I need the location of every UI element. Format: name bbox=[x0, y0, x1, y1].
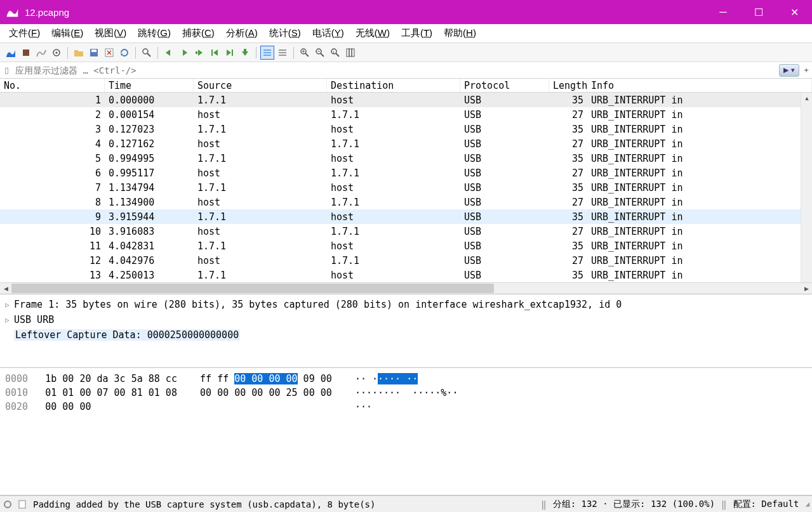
svg-text:1: 1 bbox=[333, 49, 335, 53]
svg-rect-9 bbox=[211, 49, 213, 56]
tree-leftover-data[interactable]: Leftover Capture Data: 0000250000000000 bbox=[5, 327, 807, 343]
column-header-no[interactable]: No. bbox=[0, 79, 105, 92]
menu-捕获C[interactable]: 捕获(C) bbox=[177, 25, 220, 41]
column-header-info[interactable]: Info bbox=[587, 79, 812, 92]
tree-usb-urb[interactable]: ▷USB URB bbox=[5, 312, 807, 327]
packet-row[interactable]: 40.127162host1.7.1USB27URB_INTERRUPT in bbox=[0, 136, 812, 151]
colorize-button[interactable] bbox=[260, 46, 274, 60]
display-filter-bar: ▯ ▶ ▾ + bbox=[0, 62, 812, 79]
vertical-scrollbar[interactable]: ▲ bbox=[801, 93, 812, 282]
go-last-button[interactable] bbox=[223, 46, 237, 60]
minimize-button[interactable]: ─ bbox=[705, 0, 741, 24]
packet-row[interactable]: 124.042976host1.7.1USB27URB_INTERRUPT in bbox=[0, 253, 812, 268]
svg-line-7 bbox=[147, 53, 150, 56]
svg-rect-29 bbox=[349, 49, 352, 56]
column-header-length[interactable]: Length bbox=[549, 79, 587, 92]
find-packet-button[interactable] bbox=[140, 46, 154, 60]
bookmark-icon[interactable]: ▯ bbox=[0, 65, 13, 75]
start-capture-button[interactable] bbox=[4, 46, 18, 60]
close-file-button[interactable] bbox=[102, 46, 116, 60]
menu-文件F[interactable]: 文件(F) bbox=[4, 25, 45, 41]
column-header-protocol[interactable]: Protocol bbox=[460, 79, 549, 92]
apply-filter-button[interactable]: ▶ ▾ bbox=[779, 64, 799, 77]
status-bar: Padding added by the USB capture system … bbox=[0, 496, 812, 512]
reload-button[interactable] bbox=[117, 46, 131, 60]
expert-info-icon[interactable] bbox=[4, 501, 11, 508]
packet-bytes-pane[interactable]: 0000 1b 00 20 da 3c 5a 88 cc ff ff 00 00… bbox=[0, 368, 812, 496]
expand-icon[interactable]: ▷ bbox=[5, 301, 14, 309]
menu-电话Y[interactable]: 电话(Y) bbox=[307, 25, 349, 41]
packet-row[interactable]: 114.0428311.7.1hostUSB35URB_INTERRUPT in bbox=[0, 239, 812, 253]
menu-帮助H[interactable]: 帮助(H) bbox=[439, 25, 481, 41]
horizontal-scrollbar[interactable]: ◀ ▶ bbox=[0, 282, 812, 294]
packet-row[interactable]: 30.1270231.7.1hostUSB35URB_INTERRUPT in bbox=[0, 122, 812, 136]
column-header-source[interactable]: Source bbox=[194, 79, 327, 92]
svg-point-2 bbox=[56, 51, 58, 53]
menu-无线W[interactable]: 无线(W) bbox=[350, 25, 395, 41]
status-packets: 分组: 132 · 已显示: 132 (100.0%) bbox=[553, 499, 715, 510]
menu-编辑E[interactable]: 编辑(E) bbox=[46, 25, 88, 41]
open-file-button[interactable] bbox=[72, 46, 86, 60]
status-profile[interactable]: 配置: Default bbox=[733, 499, 799, 510]
status-text: Padding added by the USB capture system … bbox=[33, 499, 375, 509]
menu-视图V[interactable]: 视图(V) bbox=[90, 25, 131, 41]
wireshark-logo-icon bbox=[6, 6, 19, 19]
svg-rect-13 bbox=[263, 52, 271, 53]
close-button[interactable]: ✕ bbox=[776, 0, 812, 24]
scrollbar-thumb[interactable] bbox=[11, 284, 494, 293]
svg-line-23 bbox=[321, 53, 324, 56]
svg-line-19 bbox=[305, 53, 309, 56]
packet-row[interactable]: 50.9949951.7.1hostUSB35URB_INTERRUPT in bbox=[0, 151, 812, 166]
display-filter-input[interactable] bbox=[13, 63, 779, 78]
restart-capture-button[interactable] bbox=[34, 46, 48, 60]
packet-row[interactable]: 81.134900host1.7.1USB27URB_INTERRUPT in bbox=[0, 195, 812, 209]
packet-details-pane[interactable]: ▷Frame 1: 35 bytes on wire (280 bits), 3… bbox=[0, 294, 812, 368]
zoom-in-button[interactable] bbox=[298, 46, 312, 60]
maximize-button[interactable]: ☐ bbox=[741, 0, 776, 24]
hex-row[interactable]: 0000 1b 00 20 da 3c 5a 88 cc ff ff 00 00… bbox=[5, 372, 807, 386]
resize-columns-button[interactable] bbox=[343, 46, 357, 60]
packet-list-pane: No. Time Source Destination Protocol Len… bbox=[0, 79, 812, 294]
zoom-out-button[interactable] bbox=[313, 46, 327, 60]
zoom-reset-button[interactable]: 1 bbox=[328, 46, 342, 60]
svg-rect-12 bbox=[263, 49, 271, 51]
svg-rect-28 bbox=[347, 49, 349, 56]
svg-rect-4 bbox=[91, 49, 97, 52]
capture-file-icon[interactable] bbox=[18, 500, 27, 509]
svg-point-6 bbox=[143, 49, 148, 54]
column-header-time[interactable]: Time bbox=[105, 79, 194, 92]
save-file-button[interactable] bbox=[87, 46, 101, 60]
hex-row[interactable]: 0020 00 00 00 ··· bbox=[5, 400, 807, 414]
go-forward-button[interactable] bbox=[177, 46, 191, 60]
packet-row[interactable]: 134.2500131.7.1hostUSB35URB_INTERRUPT in bbox=[0, 268, 812, 282]
tree-frame[interactable]: ▷Frame 1: 35 bytes on wire (280 bits), 3… bbox=[5, 297, 807, 312]
auto-scroll-button[interactable] bbox=[238, 46, 252, 60]
menu-工具T[interactable]: 工具(T) bbox=[396, 25, 437, 41]
packet-row[interactable]: 10.0000001.7.1hostUSB35URB_INTERRUPT in bbox=[0, 93, 812, 107]
packet-row[interactable]: 103.916083host1.7.1USB27URB_INTERRUPT in bbox=[0, 224, 812, 239]
packet-row[interactable]: 20.000154host1.7.1USB27URB_INTERRUPT in bbox=[0, 107, 812, 122]
column-header-destination[interactable]: Destination bbox=[327, 79, 460, 92]
packet-row[interactable]: 93.9159441.7.1hostUSB35URB_INTERRUPT in bbox=[0, 209, 812, 224]
resize-grip-icon[interactable]: ◢ bbox=[805, 500, 808, 508]
expand-icon[interactable]: ▷ bbox=[5, 316, 14, 324]
go-first-button[interactable] bbox=[208, 46, 222, 60]
menu-跳转G[interactable]: 跳转(G) bbox=[133, 25, 176, 41]
toolbar: 1 bbox=[0, 43, 812, 62]
auto-scroll-live-button[interactable] bbox=[276, 46, 290, 60]
add-filter-button[interactable]: + bbox=[801, 65, 812, 75]
packet-list-body[interactable]: 10.0000001.7.1hostUSB35URB_INTERRUPT in2… bbox=[0, 93, 812, 282]
packet-row[interactable]: 71.1347941.7.1hostUSB35URB_INTERRUPT in bbox=[0, 180, 812, 195]
menu-统计S[interactable]: 统计(S) bbox=[264, 25, 306, 41]
svg-rect-31 bbox=[19, 501, 25, 508]
window-title: 12.pcapng bbox=[25, 7, 705, 18]
svg-rect-15 bbox=[279, 49, 286, 51]
menu-分析A[interactable]: 分析(A) bbox=[221, 25, 263, 41]
stop-capture-button[interactable] bbox=[19, 46, 33, 60]
packet-row[interactable]: 60.995117host1.7.1USB27URB_INTERRUPT in bbox=[0, 166, 812, 180]
go-to-packet-button[interactable] bbox=[192, 46, 206, 60]
capture-options-button[interactable] bbox=[50, 46, 63, 60]
menubar: 文件(F)编辑(E)视图(V)跳转(G)捕获(C)分析(A)统计(S)电话(Y)… bbox=[0, 24, 812, 43]
hex-row[interactable]: 0010 01 01 00 07 00 81 01 08 00 00 00 00… bbox=[5, 386, 807, 400]
go-back-button[interactable] bbox=[162, 46, 176, 60]
